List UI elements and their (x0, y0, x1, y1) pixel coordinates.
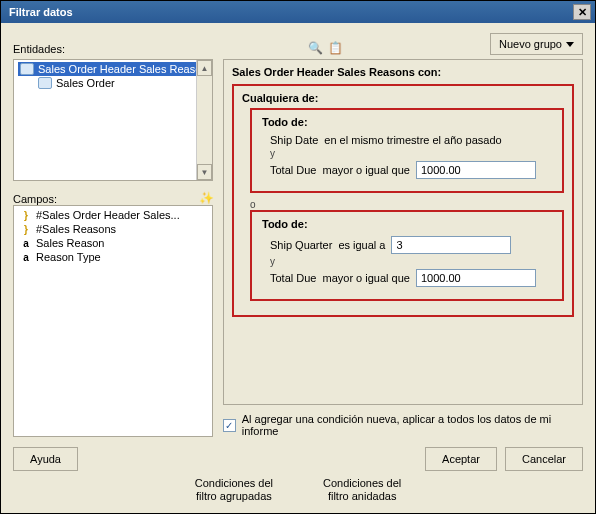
close-button[interactable]: ✕ (573, 4, 591, 20)
list-icon[interactable]: 📋 (328, 41, 342, 55)
group-field-icon: } (20, 223, 32, 235)
cond-op: mayor o igual que (322, 164, 409, 176)
scrollbar[interactable]: ▲ ▼ (196, 60, 212, 180)
and-operator: y (262, 256, 552, 267)
cond-value-input[interactable] (416, 161, 536, 179)
group-all-label: Todo de: (262, 218, 552, 230)
new-group-label: Nuevo grupo (499, 38, 562, 50)
table-icon (20, 63, 34, 75)
tree-item-label: Sales Order (56, 77, 115, 89)
scroll-up-icon[interactable]: ▲ (197, 60, 212, 76)
text-field-icon: a (20, 237, 32, 249)
cond-field: Total Due (270, 164, 316, 176)
conditions-header: Sales Order Header Sales Reasons con: (232, 66, 574, 78)
entities-label: Entidades: (13, 43, 308, 55)
list-item[interactable]: a Sales Reason (18, 236, 212, 250)
cond-value-input[interactable] (391, 236, 511, 254)
fields-list[interactable]: } #Sales Order Header Sales... } #Sales … (13, 205, 213, 437)
cond-op: en el mismo trimestre el año pasado (324, 134, 501, 146)
condition-row[interactable]: Ship Date en el mismo trimestre el año p… (262, 132, 552, 148)
accept-button[interactable]: Aceptar (425, 447, 497, 471)
cond-field: Ship Date (270, 134, 318, 146)
condition-row[interactable]: Ship Quarter es igual a (262, 234, 552, 256)
list-item[interactable]: } #Sales Reasons (18, 222, 212, 236)
scroll-down-icon[interactable]: ▼ (197, 164, 212, 180)
field-label: Sales Reason (36, 237, 105, 249)
tree-item-label: Sales Order Header Sales Reasor (38, 63, 205, 75)
group-field-icon: } (20, 209, 32, 221)
annotation-grouped: Condiciones del filtro agrupadas (195, 477, 273, 503)
condition-row[interactable]: Total Due mayor o igual que (262, 267, 552, 289)
or-operator: o (242, 199, 564, 210)
apply-all-checkbox-row[interactable]: ✓ Al agregar una condición nueva, aplica… (223, 413, 583, 437)
list-item[interactable]: a Reason Type (18, 250, 212, 264)
titlebar: Filtrar datos ✕ (1, 1, 595, 23)
tree-item-root[interactable]: Sales Order Header Sales Reasor (18, 62, 212, 76)
cond-field: Total Due (270, 272, 316, 284)
add-field-icon[interactable]: ✨ (199, 191, 213, 205)
conditions-panel: Sales Order Header Sales Reasons con: Cu… (223, 59, 583, 405)
field-label: Reason Type (36, 251, 101, 263)
cancel-label: Cancelar (522, 453, 566, 465)
condition-row[interactable]: Total Due mayor o igual que (262, 159, 552, 181)
fields-label: Campos: (13, 193, 57, 205)
accept-label: Aceptar (442, 453, 480, 465)
tree-item-child[interactable]: Sales Order (18, 76, 212, 90)
search-icon[interactable]: 🔍 (308, 41, 322, 55)
new-group-button[interactable]: Nuevo grupo (490, 33, 583, 55)
window-title: Filtrar datos (9, 6, 73, 18)
checkbox-label: Al agregar una condición nueva, aplicar … (242, 413, 583, 437)
group-any-label: Cualquiera de: (242, 92, 564, 104)
cond-value-input[interactable] (416, 269, 536, 287)
cond-op: mayor o igual que (322, 272, 409, 284)
annotation-nested: Condiciones del filtro anidadas (323, 477, 401, 503)
cond-field: Ship Quarter (270, 239, 332, 251)
chevron-down-icon (566, 42, 574, 47)
cancel-button[interactable]: Cancelar (505, 447, 583, 471)
and-operator: y (262, 148, 552, 159)
field-label: #Sales Order Header Sales... (36, 209, 180, 221)
close-icon: ✕ (578, 6, 587, 19)
help-label: Ayuda (30, 453, 61, 465)
group-any: Cualquiera de: Todo de: Ship Date en el … (232, 84, 574, 317)
cond-op: es igual a (338, 239, 385, 251)
group-all-label: Todo de: (262, 116, 552, 128)
entities-tree[interactable]: Sales Order Header Sales Reasor Sales Or… (13, 59, 213, 181)
group-all-2: Todo de: Ship Quarter es igual a y Total… (250, 210, 564, 301)
table-icon (38, 77, 52, 89)
group-all-1: Todo de: Ship Date en el mismo trimestre… (250, 108, 564, 193)
help-button[interactable]: Ayuda (13, 447, 78, 471)
list-item[interactable]: } #Sales Order Header Sales... (18, 208, 212, 222)
text-field-icon: a (20, 251, 32, 263)
field-label: #Sales Reasons (36, 223, 116, 235)
checkbox-icon[interactable]: ✓ (223, 419, 236, 432)
dialog-body: Entidades: 🔍 📋 Nuevo grupo Sales Order H… (1, 23, 595, 513)
